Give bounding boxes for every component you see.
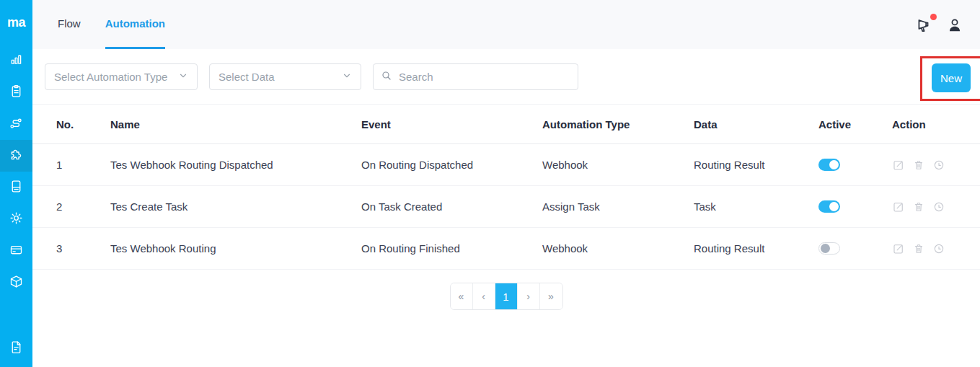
sidebar-item-settings[interactable] [0, 203, 32, 235]
table-row: 2 Tes Create Task On Task Created Assign… [32, 186, 980, 228]
cell-data: Task [694, 200, 818, 213]
sidebar-item-flow[interactable] [0, 108, 32, 140]
package-icon [9, 274, 24, 292]
automation-type-placeholder: Select Automation Type [54, 71, 167, 83]
credit-card-icon [9, 242, 24, 260]
col-data: Data [694, 118, 818, 131]
table-row: 3 Tes Webhook Routing On Routing Finishe… [32, 228, 980, 270]
puzzle-icon [9, 147, 24, 165]
notification-dot [930, 14, 937, 20]
sidebar-item-docs-bottom[interactable] [0, 332, 32, 364]
pagination-last-button[interactable]: » [540, 283, 562, 309]
row-actions [892, 159, 980, 172]
history-clock-icon[interactable] [932, 200, 945, 213]
cell-event: On Task Created [361, 200, 542, 213]
history-clock-icon[interactable] [932, 242, 945, 255]
cell-name: Tes Webhook Routing [110, 242, 361, 255]
sidebar-item-automation[interactable] [0, 140, 32, 172]
document-icon [9, 179, 24, 197]
table-row: 1 Tes Webhook Routing Dispatched On Rout… [32, 144, 980, 186]
edit-icon[interactable] [892, 200, 905, 213]
history-clock-icon[interactable] [932, 159, 945, 172]
settings-gear-icon [9, 211, 24, 229]
brand-logo: ma [0, 0, 32, 45]
col-no: No. [56, 118, 110, 131]
pagination-prev-button[interactable]: ‹ [473, 283, 495, 309]
delete-icon[interactable] [912, 242, 925, 255]
sidebar-item-documents[interactable] [0, 172, 32, 203]
search-input[interactable] [399, 71, 565, 83]
pagination-next-button[interactable]: › [518, 283, 540, 309]
sidebar-item-billing[interactable] [0, 235, 32, 267]
automation-type-select[interactable]: Select Automation Type [45, 63, 198, 90]
cell-automation-type: Webhook [542, 159, 694, 171]
chevron-down-icon [342, 71, 352, 83]
pagination: « ‹ 1 › » [450, 283, 563, 310]
row-actions [892, 200, 980, 213]
col-automation-type: Automation Type [542, 118, 694, 131]
chevron-down-icon [178, 71, 188, 83]
cell-no: 1 [56, 159, 110, 171]
row-actions [892, 242, 980, 255]
bar-chart-icon [9, 52, 24, 70]
megaphone-icon[interactable] [915, 16, 934, 35]
top-header: Flow Automation [32, 0, 980, 49]
pagination-page-1[interactable]: 1 [495, 283, 518, 309]
automation-table: No. Name Event Automation Type Data Acti… [32, 105, 980, 270]
sidebar: ma [0, 0, 32, 367]
tab-flow[interactable]: Flow [58, 17, 81, 49]
cell-no: 2 [56, 200, 110, 213]
edit-icon[interactable] [892, 242, 905, 255]
automation-page: ma [0, 0, 980, 367]
cell-name: Tes Webhook Routing Dispatched [110, 159, 361, 171]
edit-icon[interactable] [892, 159, 905, 172]
cell-data: Routing Result [694, 242, 818, 255]
cell-no: 3 [56, 242, 110, 255]
filter-toolbar: Select Automation Type Select Data New [32, 49, 980, 105]
sidebar-item-tasks[interactable] [0, 76, 32, 108]
cell-event: On Routing Finished [361, 242, 542, 255]
user-icon[interactable] [945, 16, 964, 35]
data-select[interactable]: Select Data [209, 63, 361, 90]
active-toggle[interactable] [818, 159, 840, 171]
search-box [373, 63, 578, 90]
col-active: Active [818, 118, 892, 131]
pagination-first-button[interactable]: « [451, 283, 473, 309]
col-action: Action [892, 118, 980, 131]
document-lines-icon [9, 340, 24, 358]
clipboard-icon [9, 84, 24, 102]
table-header-row: No. Name Event Automation Type Data Acti… [32, 105, 980, 144]
active-toggle[interactable] [818, 200, 840, 213]
cell-automation-type: Assign Task [542, 200, 694, 213]
delete-icon[interactable] [912, 159, 925, 172]
cell-event: On Routing Dispatched [361, 159, 542, 171]
col-event: Event [361, 118, 542, 131]
active-toggle[interactable] [818, 242, 840, 255]
new-button[interactable]: New [932, 63, 971, 92]
col-name: Name [110, 118, 361, 131]
search-icon [381, 70, 392, 84]
route-icon [9, 115, 24, 133]
cell-data: Routing Result [694, 159, 818, 171]
cell-name: Tes Create Task [110, 200, 361, 213]
cell-automation-type: Webhook [542, 242, 694, 255]
tab-automation[interactable]: Automation [105, 17, 165, 49]
sidebar-item-analytics[interactable] [0, 45, 32, 76]
tab-bar: Flow Automation [58, 0, 165, 49]
delete-icon[interactable] [912, 200, 925, 213]
data-select-placeholder: Select Data [218, 71, 275, 83]
sidebar-item-products[interactable] [0, 267, 32, 299]
